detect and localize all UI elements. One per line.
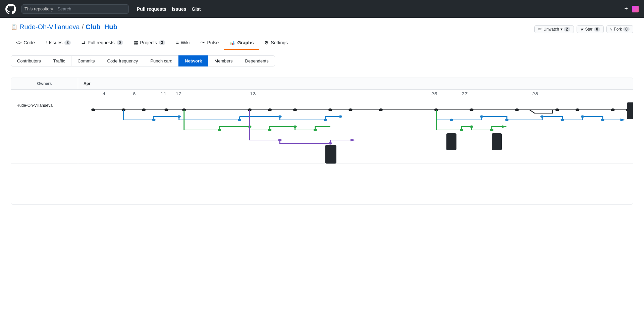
owners-column-header: Owners bbox=[11, 78, 78, 89]
new-plus-button[interactable]: + bbox=[624, 5, 628, 12]
svg-point-24 bbox=[576, 108, 580, 111]
svg-point-12 bbox=[164, 108, 168, 111]
subtab-codefrequency[interactable]: Code frequency bbox=[101, 55, 144, 66]
star-button[interactable]: ★ Star 0 bbox=[577, 25, 604, 33]
svg-point-19 bbox=[379, 108, 383, 111]
unwatch-icon: ▾ bbox=[560, 27, 562, 32]
eye-icon: 👁 bbox=[538, 27, 542, 32]
svg-text:28: 28 bbox=[532, 92, 538, 96]
svg-rect-55 bbox=[446, 133, 457, 150]
network-header: Owners Apr bbox=[11, 78, 633, 90]
subtab-contributors[interactable]: Contributors bbox=[11, 55, 47, 66]
svg-text:25: 25 bbox=[431, 92, 438, 96]
svg-text:27: 27 bbox=[462, 92, 468, 96]
subtab-traffic[interactable]: Traffic bbox=[47, 55, 71, 66]
svg-point-15 bbox=[268, 108, 272, 111]
graphs-icon: 📊 bbox=[229, 40, 235, 45]
svg-point-16 bbox=[293, 108, 297, 111]
tab-pulse[interactable]: 〜 Pulse bbox=[195, 36, 224, 50]
repo-tabs: <> Code ! Issues 3 ⇄ Pull requests 0 ▦ P… bbox=[11, 36, 633, 50]
subtab-members[interactable]: Members bbox=[208, 55, 238, 66]
projects-icon: ▦ bbox=[134, 40, 138, 45]
tab-projects-label: Projects bbox=[140, 40, 157, 45]
tab-graphs[interactable]: 📊 Graphs bbox=[224, 36, 259, 50]
svg-rect-59 bbox=[627, 102, 633, 119]
tab-issues[interactable]: ! Issues 3 bbox=[40, 36, 76, 50]
topnav-links: Pull requests Issues Gist bbox=[137, 6, 201, 12]
svg-point-23 bbox=[555, 108, 559, 111]
svg-text:12: 12 bbox=[175, 92, 182, 96]
subtab-network[interactable]: Network bbox=[178, 55, 208, 66]
graph-subnav: Contributors Traffic Commits Code freque… bbox=[0, 50, 644, 72]
subtab-commits[interactable]: Commits bbox=[71, 55, 101, 66]
svg-point-49 bbox=[490, 129, 494, 131]
svg-text:4: 4 bbox=[102, 92, 105, 96]
issues-badge: 3 bbox=[64, 40, 71, 45]
repo-header: 📋 Rude-Oh-Villanueva / Club_Hub 👁 Unwatc… bbox=[0, 18, 644, 50]
svg-point-21 bbox=[470, 108, 474, 111]
svg-text:6: 6 bbox=[132, 92, 136, 96]
tab-wiki[interactable]: ≡ Wiki bbox=[171, 36, 195, 50]
svg-rect-53 bbox=[325, 145, 336, 164]
svg-point-47 bbox=[460, 129, 464, 131]
svg-point-27 bbox=[152, 119, 156, 121]
repo-title: 📋 Rude-Oh-Villanueva / Club_Hub bbox=[11, 23, 117, 31]
svg-point-11 bbox=[142, 108, 146, 111]
svg-point-17 bbox=[328, 108, 332, 111]
repo-owner-link[interactable]: Rude-Oh-Villanueva bbox=[19, 23, 80, 31]
pr-badge: 0 bbox=[117, 40, 123, 45]
tab-settings[interactable]: ⚙ Settings bbox=[259, 36, 293, 50]
svg-text:tile_fi: tile_fi bbox=[458, 139, 462, 145]
repo-header-top: 📋 Rude-Oh-Villanueva / Club_Hub 👁 Unwatc… bbox=[11, 23, 633, 35]
svg-text:11: 11 bbox=[160, 92, 167, 96]
tab-pullrequests[interactable]: ⇄ Pull requests 0 bbox=[76, 36, 128, 50]
pulse-icon: 〜 bbox=[200, 40, 205, 46]
repo-name-link[interactable]: Club_Hub bbox=[86, 23, 117, 31]
gist-link[interactable]: Gist bbox=[192, 6, 201, 12]
svg-marker-40 bbox=[620, 119, 625, 121]
code-icon: <> bbox=[16, 40, 21, 45]
owner-label2 bbox=[11, 164, 78, 204]
svg-point-42 bbox=[218, 129, 221, 131]
unwatch-button[interactable]: 👁 Unwatch ▾ 2 bbox=[534, 25, 574, 33]
svg-point-18 bbox=[348, 108, 353, 111]
network-graph-row2 bbox=[11, 164, 633, 204]
month-label: Apr bbox=[84, 81, 91, 86]
svg-point-35 bbox=[505, 119, 509, 121]
svg-point-46 bbox=[313, 129, 317, 131]
user-avatar[interactable] bbox=[632, 6, 639, 12]
issues-icon: ! bbox=[46, 40, 47, 45]
issues-link[interactable]: Issues bbox=[172, 6, 186, 12]
pr-icon: ⇄ bbox=[82, 40, 86, 45]
tab-wiki-label: Wiki bbox=[181, 40, 190, 45]
svg-point-9 bbox=[91, 108, 95, 111]
subtab-dependents[interactable]: Dependents bbox=[239, 55, 275, 66]
svg-point-52 bbox=[329, 142, 332, 145]
svg-point-31 bbox=[324, 119, 327, 121]
tab-pulse-label: Pulse bbox=[207, 40, 219, 45]
pull-requests-link[interactable]: Pull requests bbox=[137, 6, 166, 12]
unwatch-label: Unwatch bbox=[543, 27, 559, 32]
svg-rect-57 bbox=[492, 133, 502, 150]
network-graph-area: Owners Apr Rude-Oh-Villanueva 4 6 11 12 … bbox=[11, 78, 633, 205]
top-navigation: This repository Pull requests Issues Gis… bbox=[0, 0, 644, 18]
search-bar[interactable]: This repository bbox=[21, 4, 129, 14]
svg-point-36 bbox=[540, 116, 544, 118]
svg-text:13: 13 bbox=[250, 92, 256, 96]
tab-graphs-label: Graphs bbox=[237, 40, 254, 45]
svg-point-25 bbox=[611, 108, 615, 111]
search-input[interactable] bbox=[57, 6, 118, 11]
topnav-right: + bbox=[624, 5, 639, 12]
fork-button[interactable]: ⑂ Fork 0 bbox=[606, 25, 633, 33]
svg-point-29 bbox=[238, 119, 241, 121]
svg-point-28 bbox=[177, 116, 181, 118]
repo-actions: 👁 Unwatch ▾ 2 ★ Star 0 ⑂ Fork 0 bbox=[534, 25, 633, 33]
tab-code[interactable]: <> Code bbox=[11, 36, 40, 50]
tab-projects[interactable]: ▦ Projects 3 bbox=[128, 36, 171, 50]
network-graph-canvas[interactable]: 4 6 11 12 13 25 27 28 bbox=[78, 90, 633, 164]
network-graph-svg: 4 6 11 12 13 25 27 28 bbox=[78, 90, 633, 164]
subtab-punchcard[interactable]: Punch card bbox=[144, 55, 178, 66]
svg-marker-50 bbox=[351, 139, 356, 141]
wiki-icon: ≡ bbox=[176, 40, 179, 45]
fork-label: Fork bbox=[614, 27, 622, 32]
